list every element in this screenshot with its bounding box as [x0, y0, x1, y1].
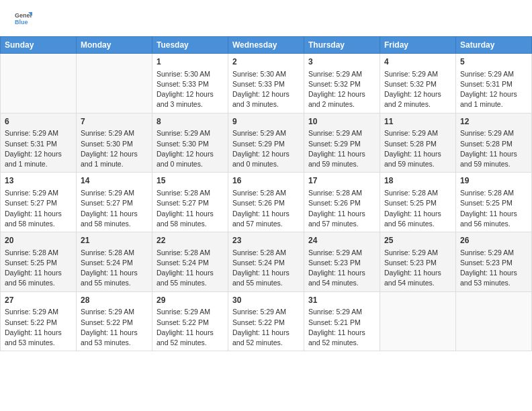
day-number: 28 [81, 295, 148, 306]
day-number: 14 [81, 175, 148, 187]
day-info: Sunrise: 5:29 AMSunset: 5:30 PMDaylight:… [81, 128, 148, 169]
day-info: Sunrise: 5:29 AMSunset: 5:29 PMDaylight:… [308, 128, 375, 169]
calendar-cell: 16Sunrise: 5:28 AMSunset: 5:26 PMDayligh… [228, 173, 304, 232]
day-info: Sunrise: 5:29 AMSunset: 5:32 PMDaylight:… [308, 69, 375, 110]
day-info: Sunrise: 5:29 AMSunset: 5:28 PMDaylight:… [384, 128, 451, 169]
day-number: 15 [157, 175, 224, 187]
day-info: Sunrise: 5:29 AMSunset: 5:32 PMDaylight:… [384, 69, 451, 110]
calendar-cell: 11Sunrise: 5:29 AMSunset: 5:28 PMDayligh… [380, 113, 456, 173]
calendar-cell: 22Sunrise: 5:28 AMSunset: 5:24 PMDayligh… [152, 232, 228, 292]
calendar-cell: 2Sunrise: 5:30 AMSunset: 5:33 PMDaylight… [228, 54, 304, 113]
week-row-2: 6Sunrise: 5:29 AMSunset: 5:31 PMDaylight… [1, 113, 532, 173]
day-number: 1 [157, 56, 224, 68]
calendar-cell [77, 54, 152, 113]
calendar-cell: 7Sunrise: 5:29 AMSunset: 5:30 PMDaylight… [77, 113, 152, 173]
day-info: Sunrise: 5:29 AMSunset: 5:21 PMDaylight:… [308, 307, 375, 348]
day-number: 11 [384, 116, 451, 128]
calendar-cell: 20Sunrise: 5:28 AMSunset: 5:25 PMDayligh… [1, 232, 77, 292]
day-info: Sunrise: 5:29 AMSunset: 5:30 PMDaylight:… [157, 128, 224, 169]
day-info: Sunrise: 5:29 AMSunset: 5:27 PMDaylight:… [81, 188, 148, 229]
day-info: Sunrise: 5:28 AMSunset: 5:27 PMDaylight:… [157, 188, 224, 229]
calendar-table: SundayMondayTuesdayWednesdayThursdayFrid… [0, 36, 532, 351]
calendar-cell: 26Sunrise: 5:29 AMSunset: 5:23 PMDayligh… [456, 232, 532, 292]
calendar-cell: 18Sunrise: 5:28 AMSunset: 5:25 PMDayligh… [380, 173, 456, 232]
day-number: 25 [384, 235, 451, 246]
calendar-cell: 1Sunrise: 5:30 AMSunset: 5:33 PMDaylight… [152, 54, 228, 113]
calendar-cell: 12Sunrise: 5:29 AMSunset: 5:28 PMDayligh… [456, 113, 532, 173]
week-row-4: 20Sunrise: 5:28 AMSunset: 5:25 PMDayligh… [1, 232, 532, 292]
dow-wednesday: Wednesday [228, 37, 304, 54]
day-number: 3 [308, 56, 375, 68]
day-info: Sunrise: 5:28 AMSunset: 5:25 PMDaylight:… [384, 188, 451, 229]
calendar-cell: 19Sunrise: 5:28 AMSunset: 5:25 PMDayligh… [456, 173, 532, 232]
dow-thursday: Thursday [304, 37, 380, 54]
day-info: Sunrise: 5:28 AMSunset: 5:25 PMDaylight:… [5, 248, 72, 289]
day-number: 23 [232, 235, 300, 246]
day-number: 22 [157, 235, 224, 246]
day-number: 2 [232, 56, 300, 68]
day-info: Sunrise: 5:29 AMSunset: 5:22 PMDaylight:… [157, 307, 224, 348]
calendar-cell [456, 291, 532, 351]
svg-text:Blue: Blue [15, 19, 28, 26]
day-info: Sunrise: 5:29 AMSunset: 5:31 PMDaylight:… [460, 69, 527, 110]
logo: General Blue [13, 11, 32, 26]
day-info: Sunrise: 5:29 AMSunset: 5:22 PMDaylight:… [5, 307, 72, 348]
days-of-week-row: SundayMondayTuesdayWednesdayThursdayFrid… [1, 37, 532, 54]
calendar-cell: 31Sunrise: 5:29 AMSunset: 5:21 PMDayligh… [304, 291, 380, 351]
week-row-5: 27Sunrise: 5:29 AMSunset: 5:22 PMDayligh… [1, 291, 532, 351]
calendar-cell: 14Sunrise: 5:29 AMSunset: 5:27 PMDayligh… [77, 173, 152, 232]
dow-friday: Friday [380, 37, 456, 54]
calendar-subtitle [0, 28, 532, 36]
calendar-cell: 24Sunrise: 5:29 AMSunset: 5:23 PMDayligh… [304, 232, 380, 292]
day-number: 26 [460, 235, 527, 246]
calendar-cell: 29Sunrise: 5:29 AMSunset: 5:22 PMDayligh… [152, 291, 228, 351]
calendar-cell: 4Sunrise: 5:29 AMSunset: 5:32 PMDaylight… [380, 54, 456, 113]
day-number: 6 [5, 116, 72, 128]
day-info: Sunrise: 5:29 AMSunset: 5:23 PMDaylight:… [460, 248, 527, 289]
day-info: Sunrise: 5:28 AMSunset: 5:24 PMDaylight:… [81, 248, 148, 289]
calendar-cell: 17Sunrise: 5:28 AMSunset: 5:26 PMDayligh… [304, 173, 380, 232]
calendar-cell: 3Sunrise: 5:29 AMSunset: 5:32 PMDaylight… [304, 54, 380, 113]
calendar-cell: 30Sunrise: 5:29 AMSunset: 5:22 PMDayligh… [228, 291, 304, 351]
week-row-1: 1Sunrise: 5:30 AMSunset: 5:33 PMDaylight… [1, 54, 532, 113]
day-number: 4 [384, 56, 451, 68]
day-number: 27 [5, 295, 72, 306]
day-number: 29 [157, 295, 224, 306]
day-info: Sunrise: 5:29 AMSunset: 5:28 PMDaylight:… [460, 128, 527, 169]
calendar-cell: 13Sunrise: 5:29 AMSunset: 5:27 PMDayligh… [1, 173, 77, 232]
calendar-cell: 28Sunrise: 5:29 AMSunset: 5:22 PMDayligh… [77, 291, 152, 351]
calendar-cell [380, 291, 456, 351]
day-info: Sunrise: 5:29 AMSunset: 5:31 PMDaylight:… [5, 128, 72, 169]
day-number: 10 [308, 116, 375, 128]
page-header: General Blue [0, 0, 532, 28]
dow-saturday: Saturday [456, 37, 532, 54]
calendar-cell: 25Sunrise: 5:29 AMSunset: 5:23 PMDayligh… [380, 232, 456, 292]
day-number: 16 [232, 175, 300, 187]
dow-tuesday: Tuesday [152, 37, 228, 54]
day-info: Sunrise: 5:30 AMSunset: 5:33 PMDaylight:… [232, 69, 300, 110]
logo-icon: General Blue [13, 11, 32, 26]
day-number: 8 [157, 116, 224, 128]
calendar-cell: 5Sunrise: 5:29 AMSunset: 5:31 PMDaylight… [456, 54, 532, 113]
day-info: Sunrise: 5:29 AMSunset: 5:29 PMDaylight:… [232, 128, 300, 169]
day-info: Sunrise: 5:29 AMSunset: 5:23 PMDaylight:… [384, 248, 451, 289]
calendar-cell: 6Sunrise: 5:29 AMSunset: 5:31 PMDaylight… [1, 113, 77, 173]
day-info: Sunrise: 5:28 AMSunset: 5:26 PMDaylight:… [308, 188, 375, 229]
calendar-cell: 23Sunrise: 5:28 AMSunset: 5:24 PMDayligh… [228, 232, 304, 292]
day-number: 30 [232, 295, 300, 306]
calendar-cell: 27Sunrise: 5:29 AMSunset: 5:22 PMDayligh… [1, 291, 77, 351]
calendar-cell: 9Sunrise: 5:29 AMSunset: 5:29 PMDaylight… [228, 113, 304, 173]
day-number: 17 [308, 175, 375, 187]
day-number: 20 [5, 235, 72, 246]
week-row-3: 13Sunrise: 5:29 AMSunset: 5:27 PMDayligh… [1, 173, 532, 232]
day-number: 18 [384, 175, 451, 187]
day-info: Sunrise: 5:28 AMSunset: 5:25 PMDaylight:… [460, 188, 527, 229]
day-number: 9 [232, 116, 300, 128]
calendar-cell: 10Sunrise: 5:29 AMSunset: 5:29 PMDayligh… [304, 113, 380, 173]
day-number: 21 [81, 235, 148, 246]
day-info: Sunrise: 5:29 AMSunset: 5:27 PMDaylight:… [5, 188, 72, 229]
day-number: 24 [308, 235, 375, 246]
day-number: 31 [308, 295, 375, 306]
day-info: Sunrise: 5:28 AMSunset: 5:24 PMDaylight:… [232, 248, 300, 289]
calendar-cell: 8Sunrise: 5:29 AMSunset: 5:30 PMDaylight… [152, 113, 228, 173]
